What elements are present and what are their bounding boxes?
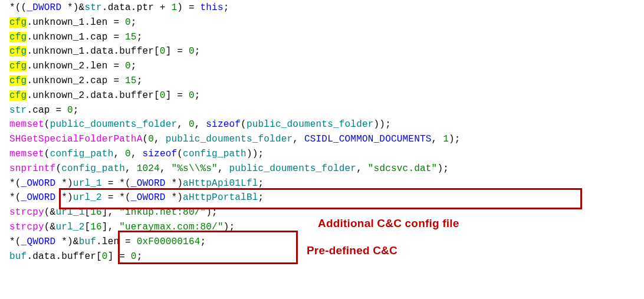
code-token: .unknown_2.cap = — [27, 75, 125, 86]
code-token: .cap = — [27, 105, 67, 116]
code-token: ( — [142, 134, 148, 144]
code-token: url_1 — [73, 178, 102, 189]
code-token: ( — [241, 119, 247, 130]
code-token: SHGetSpecialFolderPathA — [9, 134, 142, 144]
code-token: "ueraymax.com:80/" — [119, 222, 223, 232]
code-line: cfg.unknown_1.data.buffer[0] = 0; — [9, 44, 644, 59]
code-token: 0 — [67, 105, 73, 116]
code-token: str — [9, 105, 27, 116]
code-line: *(_OWORD *)url_2 = *(_OWORD *)aHttpPorta… — [9, 190, 644, 205]
code-token: , — [218, 163, 229, 174]
code-token: _QWORD — [21, 236, 56, 247]
code-token: .unknown_1.data.buffer[ — [27, 46, 159, 57]
code-token: config_path — [61, 163, 125, 174]
code-token: public_douments_folder — [229, 163, 357, 174]
code-token: 16 — [90, 207, 102, 218]
code-line: *(_OWORD *)url_1 = *(_OWORD *)aHttpApi01… — [9, 176, 644, 191]
code-line: cfg.unknown_1.len = 0; — [9, 15, 644, 30]
code-line: strcpy(&url_2[16], "ueraymax.com:80/"); — [9, 220, 644, 235]
code-line: str.cap = 0; — [9, 103, 644, 118]
code-token: 0xF00000164 — [137, 236, 201, 247]
code-token: 16 — [90, 222, 102, 232]
code-token: ; — [195, 90, 201, 101]
code-token: _DWORD — [27, 2, 61, 13]
code-token: ] = — [108, 251, 131, 262]
code-token: aHttpApi01Lfl — [183, 178, 258, 189]
code-token: cfg — [9, 32, 27, 42]
code-token: *)& — [55, 236, 78, 247]
code-token: ; — [131, 17, 137, 28]
code-token: .data.ptr + — [102, 2, 172, 13]
code-token: strcpy — [9, 207, 44, 218]
code-token: ); — [437, 163, 449, 174]
code-token: ; — [131, 61, 137, 71]
code-token: ( — [177, 149, 183, 159]
code-token: ; — [137, 32, 143, 42]
code-token: public_douments_folder — [166, 134, 293, 144]
code-token: sizeof — [142, 149, 177, 159]
code-token: 1 — [171, 2, 177, 13]
code-token: 0 — [131, 251, 137, 262]
code-token: _OWORD — [21, 178, 56, 189]
code-token: )); — [247, 149, 264, 159]
code-token: ( — [44, 149, 50, 159]
code-line: *(_QWORD *)&buf.len = 0xF00000164; — [9, 235, 644, 249]
code-token: 0 — [189, 119, 195, 130]
code-line: cfg.unknown_2.data.buffer[0] = 0; — [9, 88, 644, 103]
code-token: 0 — [189, 90, 195, 101]
code-token: .unknown_2.data.buffer[ — [27, 90, 159, 101]
code-token: cfg — [9, 61, 27, 71]
code-token: url_2 — [73, 192, 102, 203]
code-token: *( — [9, 178, 21, 189]
code-line: cfg.unknown_2.len = 0; — [9, 59, 644, 74]
code-token: ( — [44, 119, 50, 130]
code-token: url_2 — [55, 222, 84, 232]
code-token: ; — [258, 192, 264, 203]
code-token: , — [160, 163, 172, 174]
code-token: 1024 — [137, 163, 160, 174]
code-token: ); — [224, 222, 235, 232]
code-token: _OWORD — [21, 192, 56, 203]
code-token: cfg — [9, 17, 27, 28]
code-token: ; — [201, 236, 206, 247]
code-line: cfg.unknown_1.cap = 15; — [9, 30, 644, 45]
code-token: ); — [449, 134, 461, 144]
code-token: config_path — [50, 149, 114, 159]
code-token: , — [154, 134, 166, 144]
code-line: buf.data.buffer[0] = 0; — [9, 249, 644, 264]
code-token: *( — [9, 192, 21, 203]
code-token: ) = — [177, 2, 200, 13]
code-token: 0 — [160, 46, 166, 57]
code-token: public_douments_folder — [50, 119, 178, 130]
code-token: sizeof — [206, 119, 241, 130]
code-token: ; — [137, 75, 143, 86]
code-token: *) — [166, 178, 183, 189]
code-token: config_path — [183, 149, 247, 159]
code-token: ); — [206, 207, 218, 218]
code-token: , — [177, 119, 189, 130]
code-token: ; — [195, 46, 201, 57]
code-token: strcpy — [9, 222, 44, 232]
code-token: CSIDL_COMMON_DOCUMENTS — [304, 134, 432, 144]
code-token: .data.buffer[ — [27, 251, 101, 262]
code-line: snprintf(config_path, 1024, "%s\\%s", pu… — [9, 162, 644, 176]
decompiled-code-view: *((_DWORD *)&str.data.ptr + 1) = this;cf… — [0, 0, 644, 264]
code-token: [ — [84, 222, 90, 232]
code-token: *(( — [9, 2, 27, 13]
code-token: ; — [224, 2, 229, 13]
code-token: (& — [44, 207, 56, 218]
code-token: url_1 — [55, 207, 84, 218]
code-token: memset — [9, 119, 44, 130]
code-token: buf — [79, 236, 96, 247]
code-line: SHGetSpecialFolderPathA(0, public_doumen… — [9, 132, 644, 147]
code-token: 0 — [125, 17, 131, 28]
code-line: memset(config_path, 0, sizeof(config_pat… — [9, 147, 644, 162]
code-token: 0 — [160, 90, 166, 101]
code-token: public_douments_folder — [247, 119, 374, 130]
code-token: .len = — [96, 236, 137, 247]
code-token: "%s\\%s" — [172, 163, 218, 174]
code-token: *) — [55, 178, 73, 189]
code-token: 15 — [125, 32, 137, 42]
code-token: ] = — [166, 90, 189, 101]
code-token: cfg — [9, 90, 27, 101]
